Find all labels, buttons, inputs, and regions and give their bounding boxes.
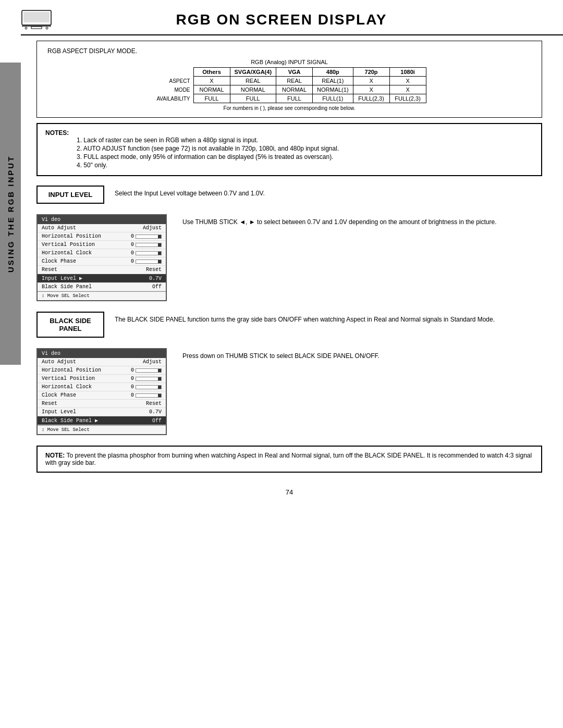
page-number: 74 [36,488,542,507]
note-item-2: 2. AUTO ADJUST function (see page 72) is… [77,145,533,152]
svg-rect-1 [23,12,50,22]
osd-bsp-row-auto-adjust: Auto Adjust Adjust [38,358,166,366]
osd-footer-2: ↕ Move SEL Select [38,425,166,434]
input-level-osd-section: Vi deo Auto Adjust Adjust Horizontal Pos… [36,214,542,301]
bottom-note: NOTE: To prevent the plasma phosphor fro… [36,446,542,473]
osd-row-vert-pos: Vertical Position 0 [38,241,166,249]
osd-bsp-row-horiz-pos: Horizontal Position 0 [38,366,166,375]
aspect-title: RGB ASPECT DISPLAY MODE. [47,47,531,55]
page-wrapper: RGB ON SCREEN DISPLAY USING THE RGB INPU… [0,0,563,728]
osd-bsp-row-horiz-clock: Horizontal Clock 0 [38,383,166,391]
notes-section: NOTES: 1. Lack of raster can be seen in … [36,123,542,176]
black-side-panel-description: The BLACK SIDE PANEL function turns the … [115,312,495,324]
osd-footer-1: ↕ Move SEL Select [38,291,166,300]
black-side-panel-osd-section: Vi deo Auto Adjust Adjust Horizontal Pos… [36,348,542,435]
aspect-table-title: RGB (Analog) INPUT SIGNAL [251,59,328,65]
input-level-description: Select the Input Level voltage between 0… [115,186,265,198]
black-side-panel-label: BLACK SIDE PANEL [36,312,104,338]
black-side-panel-osd-desc: Press down on THUMB STICK to select BLAC… [182,348,542,361]
svg-point-5 [46,27,48,29]
notes-list: 1. Lack of raster can be seen in RGB whe… [77,137,533,169]
notes-header: NOTES: [45,129,69,137]
aspect-table-wrapper: RGB (Analog) INPUT SIGNAL Others SVGA/XG… [47,59,531,111]
svg-rect-3 [31,27,42,29]
osd-row-horiz-pos: Horizontal Position 0 [38,232,166,241]
main-content: RGB ASPECT DISPLAY MODE. RGB (Analog) IN… [21,35,563,522]
osd-row-reset-1: Reset Reset [38,266,166,274]
osd-menu-title-2: Vi deo [38,349,166,358]
osd-bsp-row-input-level: Input Level 0.7V [38,408,166,416]
sidebar-label: USING THE RGB INPUT [0,63,21,365]
aspect-section: RGB ASPECT DISPLAY MODE. RGB (Analog) IN… [36,41,542,118]
osd-row-black-side-1: Black Side Panel Off [38,283,166,291]
osd-row-input-level: Input Level ▶ 0.7V [38,274,166,283]
page-title: RGB ON SCREEN DISPLAY [63,11,542,28]
svg-point-4 [25,27,27,29]
osd-bsp-row-reset: Reset Reset [38,400,166,408]
input-level-section: INPUT LEVEL Select the Input Level volta… [36,186,542,204]
aspect-table-note: For numbers in ( ), please see correspon… [224,105,356,111]
bottom-note-label: NOTE: [45,452,65,459]
osd-menu-title-1: Vi deo [38,215,166,224]
black-side-panel-osd-menu: Vi deo Auto Adjust Adjust Horizontal Pos… [36,348,167,435]
input-level-osd-desc: Use THUMB STICK ◄, ► to select between 0… [182,214,542,227]
osd-row-auto-adjust: Auto Adjust Adjust [38,224,166,232]
input-level-label: INPUT LEVEL [36,186,104,204]
input-level-osd-menu: Vi deo Auto Adjust Adjust Horizontal Pos… [36,214,167,301]
osd-bsp-row-clock-phase: Clock Phase 0 [38,391,166,400]
note-item-4: 4. 50" only. [77,162,533,169]
note-item-1: 1. Lack of raster can be seen in RGB whe… [77,137,533,144]
osd-bsp-row-black-side: Black Side Panel ▶ Off [38,416,166,425]
osd-row-horiz-clock: Horizontal Clock 0 [38,249,166,257]
aspect-table: Others SVGA/XGA(4) VGA 480p 720p 1080i A… [152,67,426,103]
osd-row-clock-phase: Clock Phase 0 [38,257,166,266]
black-side-panel-section: BLACK SIDE PANEL The BLACK SIDE PANEL fu… [36,312,542,338]
osd-bsp-row-vert-pos: Vertical Position 0 [38,375,166,383]
note-item-3: 3. FULL aspect mode, only 95% of informa… [77,153,533,161]
bottom-note-text: To prevent the plasma phosphor from burn… [45,452,532,466]
device-icon [21,9,52,30]
top-header: RGB ON SCREEN DISPLAY [0,0,563,34]
